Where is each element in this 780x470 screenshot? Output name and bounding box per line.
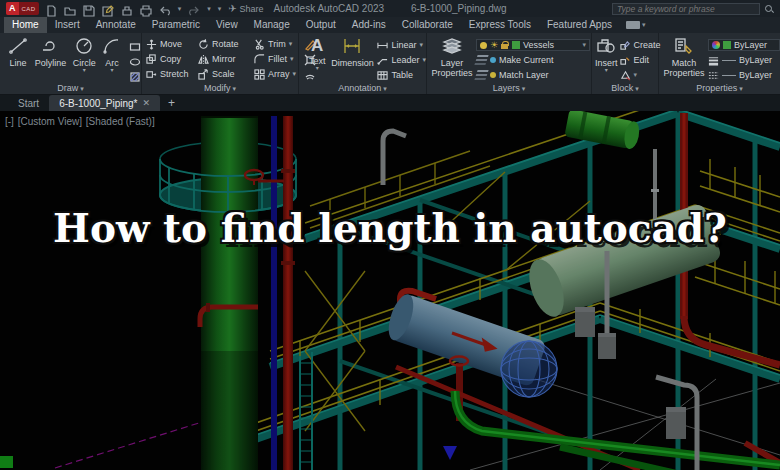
autocad-logo-sub: CAD <box>19 6 39 12</box>
panel-properties: Match Properties ByLayer ByLayer <box>659 33 780 94</box>
match-layer-tool[interactable]: Match Layer <box>476 69 590 81</box>
ribbon-display-toggle[interactable]: ▾ <box>626 17 646 33</box>
table-tool[interactable]: Table <box>377 69 426 81</box>
panel-draw: Line Polyline Circle Arc <box>0 33 142 94</box>
undo-icon[interactable] <box>159 3 171 15</box>
redo-dropdown-icon[interactable]: ▾ <box>207 5 211 13</box>
app-title: Autodesk AutoCAD 2023 <box>273 3 384 14</box>
stretch-tool[interactable]: Stretch <box>146 67 198 81</box>
new-file-icon[interactable] <box>45 3 57 15</box>
panel-block-label[interactable]: Block <box>592 83 658 93</box>
lineweight-dropdown[interactable]: ByLayer <box>708 54 780 66</box>
ribbon-tab-addins[interactable]: Add-ins <box>344 17 394 33</box>
ribbon-tab-insert[interactable]: Insert <box>47 17 88 33</box>
ribbon-tab-collaborate[interactable]: Collaborate <box>394 17 461 33</box>
save-as-icon[interactable] <box>102 3 114 15</box>
model-viewport[interactable] <box>0 111 780 470</box>
text-tool[interactable]: A Text <box>304 36 330 81</box>
file-tab-active-doc[interactable]: 6-B-1000_Piping* ✕ <box>49 95 160 111</box>
layer-color-swatch[interactable] <box>512 41 520 49</box>
array-tool[interactable]: Array <box>254 67 304 81</box>
color-wheel-icon <box>712 41 720 49</box>
hatch-tool-icon[interactable] <box>129 69 141 81</box>
save-icon[interactable] <box>83 3 95 15</box>
ribbon-tab-bar: Home Insert Annotate Parametric View Man… <box>0 17 780 33</box>
autocad-logo-icon: A <box>6 2 19 15</box>
panel-layers-label[interactable]: Layers <box>427 83 591 93</box>
drawing-canvas[interactable]: [-] [Custom View] [Shaded (Fast)] <box>0 111 780 470</box>
viewport-visual-style-control[interactable]: [Shaded (Fast)] <box>86 116 155 127</box>
ribbon-tab-view[interactable]: View <box>208 17 246 33</box>
panel-draw-label[interactable]: Draw <box>0 83 141 93</box>
line-tool[interactable]: Line <box>4 36 32 81</box>
search-icon[interactable] <box>764 4 774 14</box>
close-tab-icon[interactable]: ✕ <box>143 98 151 108</box>
edit-block-tool[interactable]: Edit <box>620 54 661 66</box>
panel-modify-label[interactable]: Modify <box>142 83 298 93</box>
plot-icon[interactable] <box>121 3 133 15</box>
panel-properties-label[interactable]: Properties <box>659 83 780 93</box>
match-properties-tool[interactable]: Match Properties <box>662 36 706 81</box>
fillet-tool[interactable]: Fillet <box>254 52 304 66</box>
copy-tool[interactable]: Copy <box>146 52 198 66</box>
new-drawing-tab-button[interactable]: + <box>160 95 183 111</box>
ribbon-tab-parametric[interactable]: Parametric <box>144 17 208 33</box>
layer-on-icon[interactable] <box>480 42 487 49</box>
layer-dot-icon <box>490 57 496 63</box>
redo-icon[interactable] <box>188 3 200 15</box>
color-value: ByLayer <box>734 40 776 50</box>
viewport-controls: [-] [Custom View] [Shaded (Fast)] <box>5 116 156 127</box>
object-color-dropdown[interactable]: ByLayer <box>708 39 780 51</box>
scale-tool[interactable]: Scale <box>198 67 254 81</box>
panel-modify: Move Rotate Trim Copy Mirror Fillet Stre… <box>142 33 299 94</box>
edit-attributes-tool[interactable]: ▾ <box>620 69 661 81</box>
qat-customize-icon[interactable]: ▾ <box>218 5 222 13</box>
thumbnail-title: How to find length in autocad? <box>0 205 780 251</box>
dimension-tool[interactable]: Dimension <box>330 36 374 81</box>
layer-thaw-icon[interactable]: ☀ <box>490 41 498 50</box>
create-block-tool[interactable]: Create <box>620 39 661 51</box>
match-layer-icon <box>474 70 488 80</box>
layer-dropdown[interactable]: ☀ Vessels ▾ <box>476 39 590 51</box>
rotate-tool[interactable]: Rotate <box>198 37 254 51</box>
ribbon-tab-home[interactable]: Home <box>4 17 47 33</box>
rectangle-tool-icon[interactable] <box>129 39 141 51</box>
layer-dropdown-caret[interactable]: ▾ <box>582 41 586 49</box>
linear-dim-tool[interactable]: Linear <box>377 39 426 51</box>
app-menu-button[interactable]: A CAD <box>6 2 39 15</box>
leader-tool[interactable]: Leader <box>377 54 426 66</box>
ribbon-tab-express-tools[interactable]: Express Tools <box>461 17 539 33</box>
title-bar: A CAD ▾ ▾ ▾ ✈ Share Autodesk AutoCAD 202… <box>0 0 780 17</box>
arc-tool[interactable]: Arc <box>99 36 125 81</box>
layer-properties-tool[interactable]: Layer Properties <box>430 36 474 81</box>
print-icon[interactable] <box>140 3 152 15</box>
ellipse-tool-icon[interactable] <box>129 54 141 66</box>
polyline-tool[interactable]: Polyline <box>32 36 70 81</box>
linetype-dropdown[interactable]: ByLayer <box>708 69 780 81</box>
make-current-tool[interactable]: Make Current <box>476 54 590 66</box>
ribbon: Line Polyline Circle Arc <box>0 33 780 95</box>
quick-access-toolbar: ▾ ▾ ▾ ✈ Share <box>45 3 264 15</box>
file-tab-start[interactable]: Start <box>8 95 49 111</box>
ribbon-tab-manage[interactable]: Manage <box>246 17 298 33</box>
undo-dropdown-icon[interactable]: ▾ <box>178 5 182 13</box>
circle-tool[interactable]: Circle <box>69 36 99 81</box>
ribbon-tab-featured-apps[interactable]: Featured Apps <box>539 17 620 33</box>
search-input[interactable] <box>612 3 760 15</box>
file-tab-bar: Start 6-B-1000_Piping* ✕ + <box>0 95 780 111</box>
panel-annotation-label[interactable]: Annotation <box>299 83 426 93</box>
ribbon-tab-output[interactable]: Output <box>298 17 344 33</box>
layer-unlock-icon[interactable] <box>501 41 509 49</box>
open-folder-icon[interactable] <box>64 3 76 15</box>
help-search <box>612 3 774 15</box>
insert-block-tool[interactable]: Insert <box>595 36 618 81</box>
share-button[interactable]: ✈ Share <box>228 3 263 14</box>
make-current-icon <box>474 55 488 65</box>
viewport-minimize-control[interactable]: [-] <box>5 116 14 127</box>
mirror-tool[interactable]: Mirror <box>198 52 254 66</box>
ribbon-box-icon <box>626 21 640 29</box>
ribbon-tab-annotate[interactable]: Annotate <box>88 17 144 33</box>
trim-tool[interactable]: Trim <box>254 37 304 51</box>
move-tool[interactable]: Move <box>146 37 198 51</box>
viewport-view-control[interactable]: [Custom View] <box>18 116 82 127</box>
